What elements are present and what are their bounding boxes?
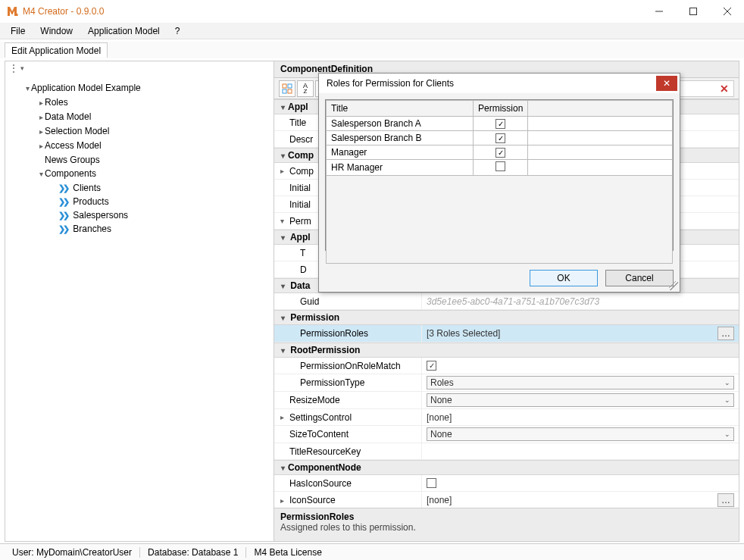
status-bar: User: MyDomain\CreatorUser Database: Dat… (0, 543, 744, 560)
prop-permissionroles: PermissionRoles (300, 328, 368, 339)
menu-help[interactable]: ? (167, 24, 188, 38)
alphabetical-button[interactable]: AZ (297, 80, 314, 97)
cat-rootpermission[interactable]: RootPermission (290, 345, 360, 355)
prop-initial2: Initial (289, 199, 311, 210)
expander-icon[interactable] (37, 96, 45, 110)
svg-rect-6 (288, 84, 292, 88)
roles-dialog: Roles for Permission for Clients ✕ Title… (318, 73, 680, 293)
tree-panel: Application Model Example Roles Data Mod… (5, 61, 274, 541)
svg-rect-8 (288, 89, 292, 93)
cat-app[interactable]: Appl (288, 102, 308, 112)
resizemode-dropdown[interactable]: None⌄ (427, 393, 734, 407)
tree-datamodel[interactable]: Data Model (45, 111, 91, 122)
tree-accessmodel[interactable]: Access Model (45, 140, 102, 151)
menu-bar: File Window Application Model ? (0, 23, 744, 39)
tree-comp-salespersons[interactable]: Salespersons (73, 210, 128, 221)
tree-comp-products[interactable]: Products (73, 196, 108, 207)
iconsrc-value[interactable]: [none] (427, 495, 714, 505)
close-button[interactable] (710, 0, 744, 23)
tree-roles[interactable]: Roles (45, 97, 68, 108)
prop-settings: SettingsControl (289, 412, 352, 423)
cat-permission[interactable]: Permission (290, 312, 339, 323)
expander-icon[interactable] (37, 139, 45, 153)
prop-guid: Guid (300, 296, 319, 307)
ellipsis-button[interactable]: … (717, 327, 734, 340)
prop-comp: Comp (289, 166, 314, 177)
cat-comp[interactable]: Comp (288, 150, 314, 161)
status-database: Database: Database 1 (140, 547, 246, 558)
minimize-button[interactable] (642, 0, 676, 23)
prop-t: T (300, 248, 305, 258)
expander-icon[interactable] (37, 125, 45, 139)
svg-rect-2 (689, 8, 696, 15)
checkbox[interactable]: ✓ (495, 133, 505, 143)
checkbox[interactable]: ✓ (495, 119, 505, 129)
component-icon (58, 208, 70, 222)
prop-ponrm: PermissionOnRoleMatch (300, 361, 401, 371)
menu-file[interactable]: File (3, 24, 33, 38)
expander-icon[interactable] (23, 82, 31, 95)
prop-resize: ResizeMode (289, 395, 340, 405)
prop-title: Title (289, 117, 306, 128)
settings-value: [none] (427, 412, 452, 423)
col-title[interactable]: Title (327, 101, 474, 117)
title-bar: M4 Creator - 0.9.0.0 (0, 0, 744, 23)
tree-newsgroups[interactable]: News Groups (45, 155, 100, 165)
maximize-button[interactable] (676, 0, 710, 23)
roles-grid[interactable]: Title Permission Salesperson Branch A✓ S… (325, 99, 674, 251)
document-tab-strip: Edit Application Model (0, 42, 744, 58)
checkbox[interactable]: ✓ (495, 148, 505, 158)
dialog-title: Roles for Permission for Clients (327, 78, 656, 89)
tab-edit-application-model[interactable]: Edit Application Model (5, 42, 108, 58)
property-description: PermissionRoles Assigned roles to this p… (274, 508, 739, 541)
prop-trk: TitleResourceKey (289, 446, 361, 457)
component-icon (58, 195, 70, 208)
status-user: User: MyDomain\CreatorUser (5, 547, 140, 558)
prop-initial: Initial (289, 183, 311, 193)
checkbox[interactable]: ✓ (427, 361, 436, 371)
cancel-button[interactable]: Cancel (605, 270, 674, 286)
permissiontype-dropdown[interactable]: Roles⌄ (427, 376, 734, 389)
checkbox[interactable] (427, 478, 436, 488)
dialog-close-button[interactable]: ✕ (656, 76, 677, 91)
prop-ptype: PermissionType (300, 377, 364, 388)
tree-comp-clients[interactable]: Clients (73, 183, 101, 193)
resize-grip-icon[interactable] (669, 281, 678, 290)
tab-options-button[interactable]: ⋮▾ (6, 61, 23, 76)
categorized-button[interactable] (279, 80, 295, 97)
application-model-tree[interactable]: Application Model Example Roles Data Mod… (5, 77, 274, 240)
prop-iconsrc: IconSource (289, 495, 336, 505)
cat-data[interactable]: Data (290, 280, 310, 291)
prop-stc: SizeToContent (289, 429, 349, 440)
ellipsis-button[interactable]: … (717, 493, 734, 507)
guid-value: 3d5e1ee5-abc0-4a71-a751-a1b70e7c3d73 (427, 296, 599, 307)
tree-comp-branches[interactable]: Branches (73, 224, 111, 234)
col-permission[interactable]: Permission (473, 101, 527, 117)
window-title: M4 Creator - 0.9.0.0 (23, 6, 104, 17)
table-row: Manager✓ (327, 145, 673, 160)
cat-app2[interactable]: Appl (290, 232, 311, 242)
tree-root[interactable]: Application Model Example (31, 83, 141, 93)
sizetocontent-dropdown[interactable]: None⌄ (427, 427, 734, 441)
prop-d: D (300, 264, 307, 275)
prop-descr: Descr (289, 134, 313, 145)
expander-icon[interactable] (37, 167, 45, 181)
checkbox[interactable] (495, 161, 505, 171)
col-blank (528, 101, 673, 117)
clear-icon[interactable]: ✕ (720, 83, 729, 95)
svg-rect-7 (283, 89, 286, 93)
table-row: Salesperson Branch B✓ (327, 131, 673, 145)
status-license: M4 Beta License (246, 547, 329, 558)
cat-componentnode[interactable]: ComponentNode (288, 462, 361, 473)
dialog-titlebar[interactable]: Roles for Permission for Clients ✕ (319, 74, 680, 93)
menu-window[interactable]: Window (33, 24, 80, 38)
menu-application-model[interactable]: Application Model (80, 24, 167, 38)
table-row: HR Manager (327, 160, 673, 176)
permissionroles-value[interactable]: [3 Roles Selected] (427, 328, 714, 339)
tree-components[interactable]: Components (45, 168, 96, 179)
ok-button[interactable]: OK (530, 270, 598, 286)
desc-text: Assigned roles to this permission. (280, 522, 733, 533)
desc-title: PermissionRoles (280, 512, 733, 522)
expander-icon[interactable] (37, 111, 45, 124)
tree-selectionmodel[interactable]: Selection Model (45, 126, 109, 136)
